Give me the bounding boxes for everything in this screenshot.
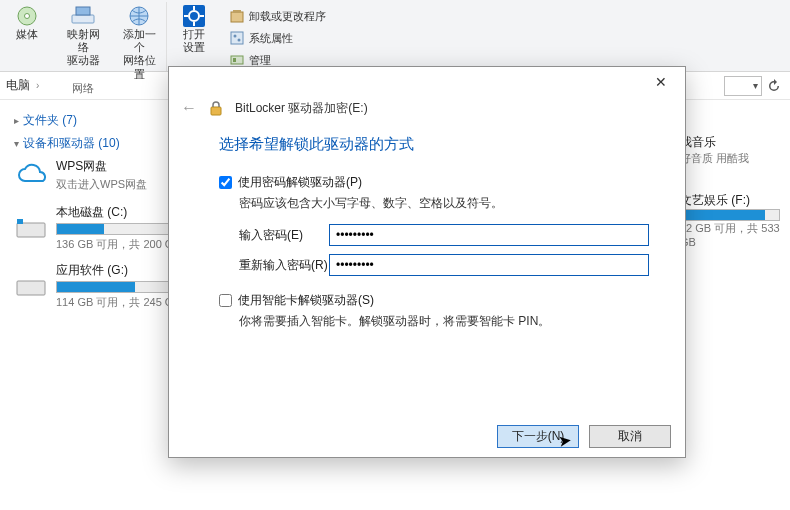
drive-sub: 好音质 用酷我 — [680, 151, 790, 166]
checkbox-smartcard[interactable] — [219, 294, 232, 307]
svg-rect-19 — [17, 219, 23, 224]
drive-music-partial[interactable]: 我音乐 好音质 用酷我 — [680, 134, 790, 166]
dialog-title: BitLocker 驱动器加密(E:) — [235, 100, 368, 117]
breadcrumb[interactable]: 电脑 — [6, 77, 30, 94]
settings-gear-icon — [181, 4, 207, 28]
drive-f-partial[interactable]: 文艺娱乐 (F:) 72 GB 可用，共 533 GB — [680, 192, 790, 248]
chevron-right-icon: › — [36, 80, 39, 91]
close-button[interactable]: ✕ — [641, 70, 681, 94]
disk-icon — [14, 271, 48, 301]
ribbon-group-system: 卸载或更改程序 系统属性 管理 — [221, 2, 330, 70]
bitlocker-lock-icon — [207, 99, 225, 117]
refresh-button[interactable] — [764, 76, 784, 96]
option-label: 使用密码解锁驱动器(P) — [238, 174, 362, 191]
password-hint: 密码应该包含大小写字母、数字、空格以及符号。 — [239, 195, 649, 212]
drive-name: 我音乐 — [680, 134, 790, 151]
chevron-right-icon: ▸ — [14, 115, 19, 126]
group-title: 文件夹 (7) — [23, 112, 77, 129]
ribbon-label: 打开 设置 — [183, 28, 205, 54]
svg-rect-21 — [211, 107, 221, 115]
close-icon: ✕ — [655, 74, 667, 90]
ribbon-small-label: 卸载或更改程序 — [249, 9, 326, 24]
ribbon-btn-media[interactable]: 媒体 — [6, 4, 48, 81]
ribbon-label: 添加一个 网络位置 — [118, 28, 160, 81]
view-dropdown[interactable]: ▾ — [724, 76, 762, 96]
ribbon-btn-map-drive[interactable]: 映射网络 驱动器 — [62, 4, 104, 81]
svg-rect-18 — [17, 223, 45, 237]
cd-icon — [14, 4, 40, 28]
uninstall-icon — [229, 8, 245, 24]
disk-icon — [14, 213, 48, 243]
next-button[interactable]: 下一步(N) — [497, 425, 579, 448]
drive-usage-bar — [680, 209, 780, 221]
option-password[interactable]: 使用密码解锁驱动器(P) — [219, 174, 649, 191]
svg-rect-13 — [231, 32, 243, 44]
smartcard-hint: 你将需要插入智能卡。解锁驱动器时，将需要智能卡 PIN。 — [239, 313, 649, 330]
globe-network-icon — [126, 4, 152, 28]
svg-rect-20 — [17, 281, 45, 295]
svg-rect-11 — [231, 12, 243, 22]
ribbon-item-sysprops[interactable]: 系统属性 — [225, 28, 330, 48]
ribbon-item-uninstall[interactable]: 卸载或更改程序 — [225, 6, 330, 26]
dialog-body: 选择希望解锁此驱动器的方式 使用密码解锁驱动器(P) 密码应该包含大小写字母、数… — [169, 125, 685, 415]
dialog-buttons: 下一步(N) 取消 — [169, 415, 685, 457]
svg-rect-17 — [233, 58, 236, 62]
dialog-heading: 选择希望解锁此驱动器的方式 — [219, 135, 649, 154]
svg-rect-2 — [72, 15, 94, 23]
svg-point-14 — [234, 35, 237, 38]
ribbon-label: 映射网络 驱动器 — [62, 28, 104, 68]
chevron-down-icon: ▾ — [753, 80, 758, 91]
cancel-button[interactable]: 取消 — [589, 425, 671, 448]
option-smartcard[interactable]: 使用智能卡解锁驱动器(S) — [219, 292, 649, 309]
button-label: 取消 — [618, 428, 642, 445]
ribbon-label: 媒体 — [16, 28, 38, 41]
network-drive-icon — [70, 4, 96, 28]
checkbox-password[interactable] — [219, 176, 232, 189]
svg-rect-12 — [233, 10, 241, 13]
properties-icon — [229, 30, 245, 46]
ribbon-small-label: 系统属性 — [249, 31, 293, 46]
drive-sub: 双击进入WPS网盘 — [56, 177, 147, 192]
field-confirm-password: 重新输入密码(R) — [239, 254, 649, 276]
cloud-icon — [14, 160, 48, 190]
ribbon-toolbar: 媒体 映射网络 驱动器 添加一个 网络位置 网络 打 — [0, 0, 790, 72]
ribbon-group-network: 媒体 映射网络 驱动器 添加一个 网络位置 网络 — [0, 2, 167, 71]
ribbon-group-open: 打开 设置 — [167, 2, 221, 71]
svg-rect-3 — [76, 7, 90, 15]
dialog-titlebar: ✕ — [169, 67, 685, 97]
ribbon-btn-open-settings[interactable]: 打开 设置 — [173, 4, 215, 54]
label-enter: 输入密码(E) — [239, 227, 329, 244]
input-password-confirm[interactable] — [329, 254, 649, 276]
svg-rect-16 — [231, 56, 243, 64]
back-button[interactable]: ← — [181, 99, 197, 117]
bitlocker-dialog: ✕ ← BitLocker 驱动器加密(E:) 选择希望解锁此驱动器的方式 使用… — [168, 66, 686, 458]
dialog-header: ← BitLocker 驱动器加密(E:) — [169, 97, 685, 125]
ribbon-btn-add-net-location[interactable]: 添加一个 网络位置 — [118, 4, 160, 81]
chevron-down-icon: ▾ — [14, 138, 19, 149]
label-confirm: 重新输入密码(R) — [239, 257, 329, 274]
option-label: 使用智能卡解锁驱动器(S) — [238, 292, 374, 309]
group-title: 设备和驱动器 (10) — [23, 135, 120, 152]
input-password[interactable] — [329, 224, 649, 246]
svg-point-15 — [238, 39, 241, 42]
ribbon-group-label: 网络 — [72, 81, 94, 98]
button-label: 下一步(N) — [512, 428, 565, 445]
svg-point-1 — [25, 14, 30, 19]
drive-name: 文艺娱乐 (F:) — [680, 192, 790, 209]
field-enter-password: 输入密码(E) — [239, 224, 649, 246]
drive-name: WPS网盘 — [56, 158, 147, 175]
drive-sub: 72 GB 可用，共 533 GB — [680, 221, 790, 248]
